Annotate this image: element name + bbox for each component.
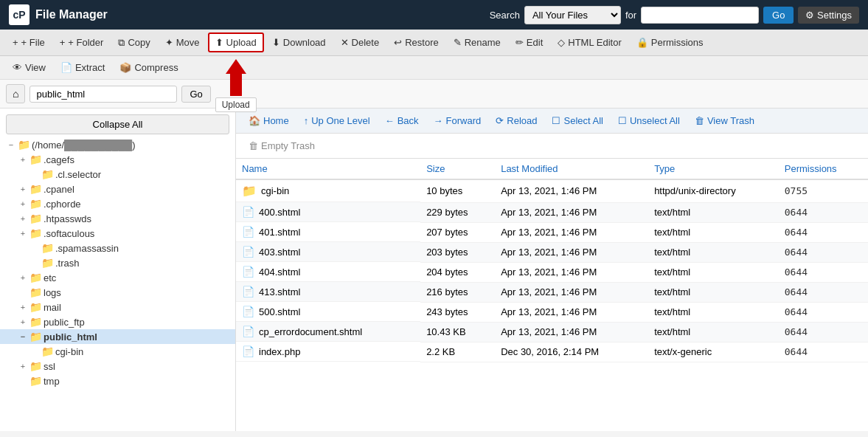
copy-button[interactable]: ⧉ Copy <box>111 33 156 52</box>
cell-type: text/x-generic <box>648 342 779 362</box>
unselect-all-icon: ☐ <box>618 115 627 126</box>
cell-size: 203 bytes <box>420 242 495 262</box>
cell-permissions: 0644 <box>779 222 868 242</box>
col-modified[interactable]: Last Modified <box>495 159 648 179</box>
edit-button[interactable]: ✏ Edit <box>509 33 549 52</box>
view-button[interactable]: 👁 View <box>6 58 52 77</box>
select-all-button[interactable]: ☐ Select All <box>545 111 609 130</box>
cell-size: 229 bytes <box>420 202 495 222</box>
arrow-shaft <box>230 74 242 96</box>
search-scope-select[interactable]: All Your Files File Names Only File Cont… <box>524 6 621 24</box>
rename-button[interactable]: ✎ Rename <box>447 33 507 52</box>
table-row[interactable]: 📁cgi-bin 10 bytes Apr 13, 2021, 1:46 PM … <box>236 179 868 202</box>
collapse-all-button[interactable]: Collapse All <box>6 114 229 134</box>
cell-modified: Apr 13, 2021, 1:46 PM <box>495 179 648 202</box>
tree-item-mail[interactable]: + 📁 mail <box>0 300 235 314</box>
html-editor-button[interactable]: ◇ HTML Editor <box>551 33 628 52</box>
compress-button[interactable]: 📦 Compress <box>113 58 184 77</box>
forward-button[interactable]: → Forward <box>427 111 488 130</box>
tree-label-trash: .trash <box>55 258 80 269</box>
file-button[interactable]: + + File <box>6 33 52 52</box>
permissions-button[interactable]: 🔒 Permissions <box>630 33 710 52</box>
cell-permissions: 0644 <box>779 202 868 222</box>
tree-item-softaculous[interactable]: + 📁 .softaculous <box>0 226 235 241</box>
search-for-label: for <box>625 10 636 21</box>
tree-item-trash[interactable]: 📁 .trash <box>0 255 235 270</box>
table-row[interactable]: 📄index.php 2.2 KB Dec 30, 2016, 2:14 PM … <box>236 342 868 362</box>
download-button[interactable]: ⬇ Download <box>265 33 333 52</box>
table-row[interactable]: 📄404.shtml 204 bytes Apr 13, 2021, 1:46 … <box>236 262 868 282</box>
download-icon: ⬇ <box>272 37 280 48</box>
tree-item-htpasswds[interactable]: + 📁 .htpasswds <box>0 211 235 226</box>
home-nav-button[interactable]: 🏠 Home <box>242 111 296 130</box>
home-icon-button[interactable]: ⌂ <box>6 84 25 103</box>
upload-button[interactable]: ⬆ Upload <box>208 32 264 52</box>
expander-public-html: − <box>18 332 28 341</box>
cell-size: 207 bytes <box>420 222 495 242</box>
tree-label-public-ftp: public_ftp <box>44 317 85 328</box>
table-row[interactable]: 📄403.shtml 203 bytes Apr 13, 2021, 1:46 … <box>236 242 868 262</box>
file-nav-row2: 🗑 Empty Trash <box>236 134 868 159</box>
back-button[interactable]: ← Back <box>378 111 426 130</box>
html-file-icon: 📄 <box>242 326 254 337</box>
tree-item-cl-selector[interactable]: 📁 .cl.selector <box>0 167 235 182</box>
tree-item-root[interactable]: − 📁 (/home/██████████) <box>0 137 235 152</box>
restore-button[interactable]: ↩ Restore <box>387 33 445 52</box>
col-permissions[interactable]: Permissions <box>779 159 868 179</box>
table-row[interactable]: 📄400.shtml 229 bytes Apr 13, 2021, 1:46 … <box>236 202 868 222</box>
cell-type: text/html <box>648 242 779 262</box>
tree-item-cpanel[interactable]: + 📁 .cpanel <box>0 182 235 196</box>
cell-modified: Apr 13, 2021, 1:46 PM <box>495 262 648 282</box>
tree-item-public-html[interactable]: − 📁 public_html <box>0 329 235 344</box>
tree-label-ssl: ssl <box>44 361 55 372</box>
delete-button[interactable]: ✕ Delete <box>334 33 386 52</box>
tree-label-root: (/home/██████████) <box>32 140 136 151</box>
logo-text: cP <box>13 9 25 21</box>
expander-ssl: + <box>18 362 28 371</box>
unselect-all-button[interactable]: ☐ Unselect All <box>611 111 687 130</box>
tree-item-spamassassin[interactable]: 📁 .spamassassin <box>0 241 235 255</box>
up-one-level-button[interactable]: ↑ Up One Level <box>297 111 377 130</box>
address-go-button[interactable]: Go <box>181 86 210 103</box>
tree-item-cphorde[interactable]: + 📁 .cphorde <box>0 196 235 211</box>
extract-button[interactable]: 📄 Extract <box>54 58 111 77</box>
table-row[interactable]: 📄500.shtml 243 bytes Apr 13, 2021, 1:46 … <box>236 302 868 322</box>
search-go-button[interactable]: Go <box>763 7 794 24</box>
expander-etc: + <box>18 273 28 282</box>
table-row[interactable]: 📄401.shtml 207 bytes Apr 13, 2021, 1:46 … <box>236 222 868 242</box>
table-row[interactable]: 📄413.shtml 216 bytes Apr 13, 2021, 1:46 … <box>236 282 868 302</box>
col-type[interactable]: Type <box>648 159 779 179</box>
tree-item-etc[interactable]: + 📁 etc <box>0 270 235 285</box>
file-icon: + <box>13 37 18 48</box>
cell-modified: Apr 13, 2021, 1:46 PM <box>495 222 648 242</box>
tree-item-cagefs[interactable]: + 📁 .cagefs <box>0 152 235 167</box>
tree-item-public-ftp[interactable]: + 📁 public_ftp <box>0 314 235 329</box>
col-size[interactable]: Size <box>420 159 495 179</box>
tree-item-tmp[interactable]: 📁 tmp <box>0 374 235 388</box>
cell-modified: Apr 13, 2021, 1:46 PM <box>495 202 648 222</box>
view-trash-button[interactable]: 🗑 View Trash <box>688 111 761 130</box>
cell-name: 📄index.php <box>236 342 420 362</box>
settings-button[interactable]: ⚙ Settings <box>798 7 859 24</box>
folder-button[interactable]: + + Folder <box>53 33 111 52</box>
cell-size: 204 bytes <box>420 262 495 282</box>
cell-name: 📄400.shtml <box>236 202 420 222</box>
tree-item-logs[interactable]: 📁 logs <box>0 285 235 300</box>
reload-button[interactable]: ⟳ Reload <box>489 111 544 130</box>
cell-type: text/html <box>648 262 779 282</box>
path-input[interactable] <box>29 86 177 103</box>
col-name[interactable]: Name <box>236 159 420 179</box>
cell-permissions: 0644 <box>779 322 868 342</box>
table-row[interactable]: 📄cp_errordocument.shtml 10.43 KB Apr 13,… <box>236 322 868 342</box>
cell-type: text/html <box>648 222 779 242</box>
empty-trash-button[interactable]: 🗑 Empty Trash <box>242 137 322 155</box>
toolbar-row1: + + File + + Folder ⧉ Copy ✦ Move ⬆ Uplo… <box>0 30 868 56</box>
expander-softaculous: + <box>18 229 28 238</box>
search-input[interactable] <box>641 7 759 24</box>
cell-name: 📄500.shtml <box>236 302 420 322</box>
move-button[interactable]: ✦ Move <box>159 33 206 52</box>
search-area: Search All Your Files File Names Only Fi… <box>490 6 859 24</box>
tree-item-cgi-bin-sub[interactable]: 📁 cgi-bin <box>0 344 235 359</box>
tree-item-ssl[interactable]: + 📁 ssl <box>0 359 235 374</box>
cell-permissions: 0644 <box>779 242 868 262</box>
